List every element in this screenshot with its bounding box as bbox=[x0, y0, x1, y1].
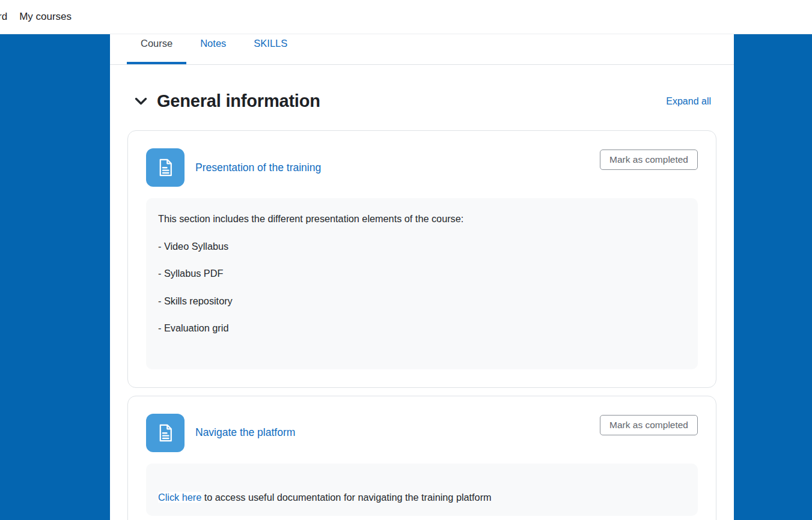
document-icon bbox=[154, 157, 176, 178]
tab-course[interactable]: Course bbox=[127, 34, 186, 64]
page-activity-icon[interactable] bbox=[146, 414, 185, 452]
description-list-item: - Evaluation grid bbox=[158, 322, 686, 334]
activity-header: Navigate the platform Mark as completed bbox=[146, 414, 698, 452]
click-here-link[interactable]: Click here bbox=[158, 492, 201, 503]
activity-title-link[interactable]: Navigate the platform bbox=[195, 426, 295, 439]
main-content: Course Notes SKILLS General information … bbox=[110, 34, 734, 520]
activity-description: This section includes the different pres… bbox=[146, 198, 698, 369]
nav-item-dashboard-truncated[interactable]: rd bbox=[0, 11, 7, 23]
mark-as-completed-button[interactable]: Mark as completed bbox=[600, 150, 698, 170]
section-title: General information bbox=[157, 91, 320, 111]
page-body: Course Notes SKILLS General information … bbox=[0, 34, 812, 520]
tab-notes[interactable]: Notes bbox=[186, 34, 240, 64]
description-list-item: - Syllabus PDF bbox=[158, 268, 686, 280]
left-drawer bbox=[0, 34, 110, 520]
right-drawer bbox=[734, 34, 812, 520]
activity-header: Presentation of the training Mark as com… bbox=[146, 148, 698, 187]
document-icon bbox=[154, 422, 176, 444]
moodle-course-page: rd My courses Course Notes SKILLS Genera… bbox=[0, 0, 812, 520]
description-line: Click here to access useful documentatio… bbox=[158, 492, 686, 504]
collapse-section-button[interactable] bbox=[135, 97, 147, 106]
nav-item-my-courses[interactable]: My courses bbox=[19, 11, 72, 23]
activity-description: Click here to access useful documentatio… bbox=[146, 464, 698, 516]
chevron-down-icon bbox=[135, 97, 147, 106]
course-tab-bar: Course Notes SKILLS bbox=[110, 34, 734, 65]
course-content: General information Expand all bbox=[110, 65, 734, 520]
mark-as-completed-button[interactable]: Mark as completed bbox=[600, 415, 698, 435]
section-header: General information Expand all bbox=[127, 91, 716, 111]
description-list-item: - Skills repository bbox=[158, 295, 686, 307]
expand-all-link[interactable]: Expand all bbox=[666, 96, 711, 107]
activity-card: Presentation of the training Mark as com… bbox=[127, 130, 716, 388]
description-intro: This section includes the different pres… bbox=[158, 213, 686, 225]
activity-title-link[interactable]: Presentation of the training bbox=[195, 162, 321, 174]
description-text: to access useful documentation for navig… bbox=[201, 492, 491, 503]
description-list-item: - Video Syllabus bbox=[158, 241, 686, 253]
page-activity-icon[interactable] bbox=[146, 148, 185, 187]
tab-skills[interactable]: SKILLS bbox=[240, 34, 301, 64]
activity-card: Navigate the platform Mark as completed … bbox=[127, 396, 716, 520]
top-navbar: rd My courses bbox=[0, 0, 812, 34]
